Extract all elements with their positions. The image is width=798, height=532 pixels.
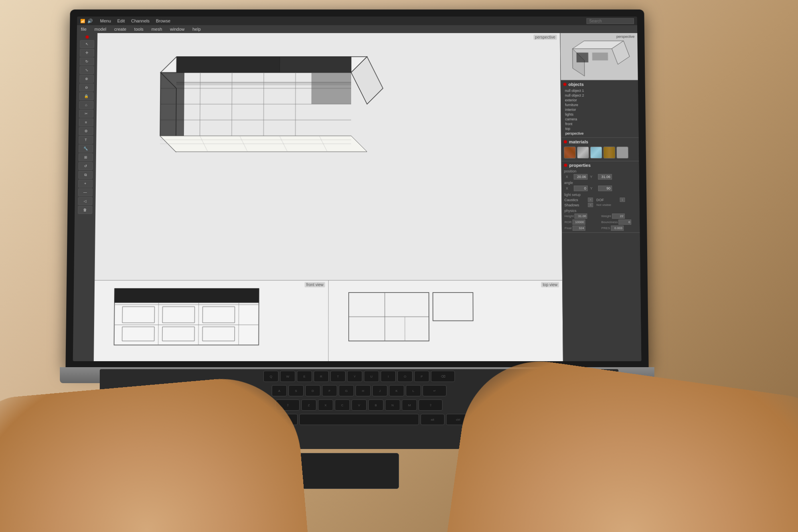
viewport-top-view[interactable]: top view (328, 281, 563, 361)
angle-y-input[interactable] (598, 186, 612, 191)
bounciness-input[interactable] (618, 220, 631, 225)
viewport-perspective[interactable]: perspective (95, 33, 562, 281)
menu-items[interactable]: Menu Edit Channels Browse (100, 18, 170, 23)
float-input[interactable] (573, 225, 585, 231)
tool-scale[interactable]: ⤡ (79, 66, 94, 74)
key-backspace[interactable]: ⌫ (431, 371, 455, 382)
key-z[interactable]: Z (301, 399, 316, 411)
obj-null1[interactable]: null object 1 (563, 88, 636, 93)
viewport-front[interactable]: front view (94, 281, 329, 361)
weight-input[interactable] (612, 214, 624, 219)
key-h[interactable]: H (356, 385, 371, 396)
angle-x-input[interactable] (574, 186, 588, 191)
key-e[interactable]: E (297, 371, 312, 382)
key-l[interactable]: L (406, 385, 421, 396)
key-x[interactable]: X (318, 399, 333, 411)
tool-select[interactable]: ↖ (80, 40, 94, 48)
key-u[interactable]: U (364, 371, 379, 382)
material-glass[interactable] (590, 146, 602, 158)
tool-stack[interactable]: ≡ (79, 119, 93, 127)
ror-input[interactable] (573, 220, 585, 225)
obj-camera[interactable]: camera (563, 117, 636, 122)
key-d[interactable]: D (305, 385, 320, 396)
material-brick[interactable] (564, 146, 576, 158)
key-w[interactable]: W (280, 371, 295, 382)
toolbar-mesh[interactable]: mesh (151, 27, 162, 32)
tool-delete[interactable]: 🗑 (78, 206, 92, 214)
key-y[interactable]: Y (347, 371, 362, 382)
dof-check[interactable]: 1 (620, 198, 625, 202)
tool-text[interactable]: T (79, 136, 93, 144)
obj-front[interactable]: front (564, 122, 636, 127)
key-j[interactable]: J (372, 385, 387, 396)
key-n[interactable]: N (385, 399, 400, 411)
toolbar-help[interactable]: help (192, 27, 201, 32)
obj-perspective[interactable]: perspective (564, 131, 636, 136)
tool-lock[interactable]: 🔒 (79, 92, 93, 100)
key-c[interactable]: C (335, 399, 350, 411)
height-input[interactable] (575, 214, 587, 219)
tool-refresh[interactable]: ↺ (78, 162, 93, 170)
toolbar-tools[interactable]: tools (134, 27, 143, 32)
menu-item-browse[interactable]: Browse (156, 18, 171, 23)
pos-x-input[interactable] (574, 174, 588, 180)
key-q[interactable]: Q (263, 371, 279, 382)
obj-null2[interactable]: null object 2 (563, 93, 636, 98)
toolbar-model[interactable]: model (95, 27, 107, 32)
material-metal[interactable] (577, 146, 589, 158)
tool-zoom-out[interactable]: ⊖ (79, 83, 93, 91)
key-m[interactable]: M (402, 399, 417, 411)
obj-top[interactable]: top (564, 127, 636, 131)
material-concrete[interactable] (616, 146, 628, 158)
tool-copy[interactable]: ⧉ (78, 171, 93, 179)
key-o[interactable]: O (397, 371, 413, 382)
key-ralt[interactable]: alt (421, 414, 444, 425)
tool-wrench[interactable]: 🔧 (79, 144, 93, 152)
menu-item-channels[interactable]: Channels (131, 18, 150, 23)
key-r[interactable]: R (314, 371, 329, 382)
key-t[interactable]: T (330, 371, 346, 382)
material-wood[interactable] (603, 146, 615, 158)
toolbar-window[interactable]: window (170, 27, 185, 32)
key-enter[interactable]: ↵ (423, 385, 446, 396)
key-rshift[interactable]: ⇧ (419, 399, 442, 411)
tool-cut[interactable]: ✂ (79, 110, 93, 118)
caustics-check[interactable]: X (588, 198, 593, 202)
top-view-label: top view (541, 282, 559, 287)
tool-zoom-in[interactable]: ⊕ (79, 75, 94, 83)
obj-exterior[interactable]: exterior (563, 98, 636, 103)
obj-interior[interactable]: interior (563, 107, 636, 112)
tool-rotate[interactable]: ↻ (79, 57, 94, 65)
key-a[interactable]: A (272, 385, 287, 396)
key-k[interactable]: K (389, 385, 404, 396)
obj-lights[interactable]: lights (563, 112, 636, 117)
menu-item-menu[interactable]: Menu (100, 18, 111, 23)
tool-home[interactable]: ⌂ (79, 101, 93, 109)
toolbar-create[interactable]: create (114, 27, 126, 32)
tool-settings[interactable]: ⚙ (79, 127, 93, 135)
tool-grid[interactable]: ⊞ (78, 153, 93, 161)
shadows-check[interactable]: X (588, 203, 593, 207)
menu-item-edit[interactable]: Edit (117, 18, 125, 23)
height-label: Height (565, 214, 574, 218)
tool-add[interactable]: + (78, 180, 93, 188)
tool-move[interactable]: ✛ (80, 49, 94, 57)
key-space[interactable] (299, 414, 419, 425)
key-f[interactable]: F (322, 385, 337, 396)
pos-y-input[interactable] (598, 174, 612, 180)
tool-back[interactable]: ◁ (78, 197, 92, 205)
obj-furniture[interactable]: furniture (563, 103, 636, 107)
pres-input[interactable] (611, 225, 624, 231)
objects-section: objects null object 1 null object 2 exte… (561, 80, 639, 138)
key-p[interactable]: P (414, 371, 429, 382)
key-i[interactable]: I (381, 371, 396, 382)
key-b[interactable]: B (368, 399, 383, 411)
key-s[interactable]: S (288, 385, 304, 396)
toolbar-file[interactable]: file (81, 27, 87, 32)
key-g[interactable]: G (339, 385, 354, 396)
key-v[interactable]: V (352, 399, 367, 411)
trackpad[interactable] (287, 453, 399, 489)
caustics-label: Caustics (564, 198, 586, 202)
search-input[interactable] (587, 18, 634, 24)
tool-subtract[interactable]: — (78, 188, 92, 196)
